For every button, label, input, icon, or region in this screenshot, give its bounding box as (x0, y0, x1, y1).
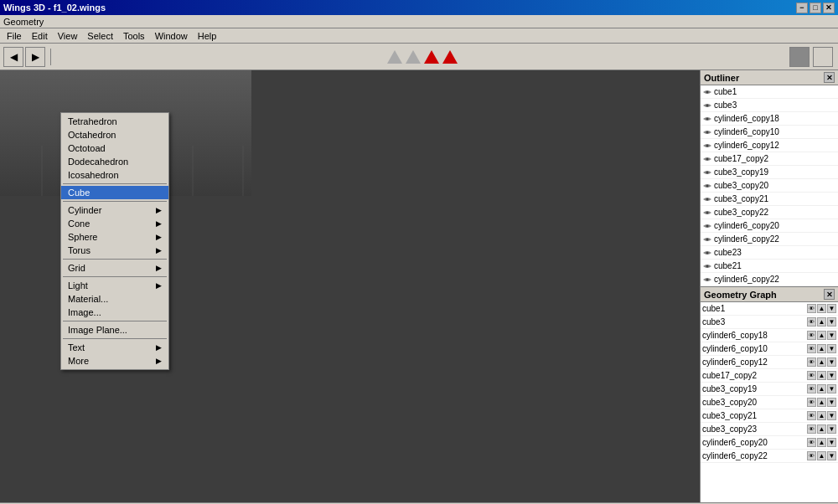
up-arrow-icon[interactable]: ▲ (817, 331, 826, 340)
ctx-icosahedron[interactable]: Icosahedron (61, 168, 168, 182)
down-arrow-icon[interactable]: ▼ (827, 424, 836, 434)
outliner-item[interactable]: cylinder6_copy22 (701, 273, 838, 286)
context-menu[interactable]: Tetrahedron Octahedron Octotoad Dodecahe… (60, 112, 169, 370)
up-arrow-icon[interactable]: ▲ (817, 451, 826, 460)
toolbar-left-arrow[interactable]: ◀ (3, 47, 23, 67)
tri-filled-1[interactable] (424, 50, 439, 64)
outliner-item[interactable]: cube3 (701, 99, 838, 112)
outliner-item[interactable]: cube17_copy2 (701, 152, 838, 166)
up-arrow-icon[interactable]: ▲ (817, 304, 826, 313)
close-button[interactable]: ✕ (823, 3, 835, 13)
geometry-graph-item[interactable]: cylinder6_copy20👁▲▼ (701, 436, 838, 450)
down-arrow-icon[interactable]: ▼ (827, 304, 836, 313)
geometry-graph-item[interactable]: cube1👁▲▼ (701, 302, 838, 316)
ctx-sphere[interactable]: Sphere▶ (61, 230, 168, 244)
down-arrow-icon[interactable]: ▼ (827, 398, 836, 407)
ctx-octotoad[interactable]: Octotoad (61, 141, 168, 155)
view-option-2[interactable] (813, 47, 833, 67)
outliner-item[interactable]: cylinder6_copy20 (701, 219, 838, 233)
tri-outline-2[interactable] (406, 50, 421, 64)
tri-outline-1[interactable] (387, 50, 402, 64)
geometry-graph-item[interactable]: cube3_copy19👁▲▼ (701, 383, 838, 396)
outliner-item[interactable]: cylinder6_copy18 (701, 112, 838, 126)
ctx-image[interactable]: Image... (61, 306, 168, 319)
ctx-material[interactable]: Material... (61, 292, 168, 306)
maximize-button[interactable]: □ (810, 3, 821, 13)
outliner-close[interactable]: ✕ (824, 72, 835, 83)
toolbar-right-arrow[interactable]: ▶ (25, 47, 45, 67)
visibility-icon[interactable]: 👁 (807, 424, 816, 434)
ctx-light[interactable]: Light▶ (61, 279, 168, 292)
outliner-item[interactable]: cylinder6_copy22 (701, 233, 838, 246)
visibility-icon[interactable]: 👁 (807, 438, 816, 447)
ctx-more[interactable]: More▶ (61, 354, 168, 368)
up-arrow-icon[interactable]: ▲ (817, 424, 826, 434)
menu-select[interactable]: Select (82, 30, 118, 42)
visibility-icon[interactable]: 👁 (807, 398, 816, 407)
visibility-icon[interactable]: 👁 (807, 451, 816, 460)
up-arrow-icon[interactable]: ▲ (817, 371, 826, 380)
ctx-octahedron[interactable]: Octahedron (61, 128, 168, 141)
visibility-icon[interactable]: 👁 (807, 371, 816, 380)
geometry-graph-close[interactable]: ✕ (824, 289, 835, 300)
ctx-cylinder[interactable]: Cylinder▶ (61, 203, 168, 217)
ctx-cone[interactable]: Cone▶ (61, 217, 168, 230)
outliner-item[interactable]: cube3_copy19 (701, 166, 838, 179)
visibility-icon[interactable]: 👁 (807, 331, 816, 340)
down-arrow-icon[interactable]: ▼ (827, 344, 836, 353)
down-arrow-icon[interactable]: ▼ (827, 438, 836, 447)
outliner-item[interactable]: cube23 (701, 246, 838, 260)
up-arrow-icon[interactable]: ▲ (817, 398, 826, 407)
menu-window[interactable]: Window (150, 30, 193, 42)
outliner-content[interactable]: cube1cube3cylinder6_copy18cylinder6_copy… (701, 85, 838, 286)
menu-tools[interactable]: Tools (118, 30, 150, 42)
outliner-item[interactable]: cylinder6_copy12 (701, 139, 838, 152)
outliner-item[interactable]: cube21 (701, 260, 838, 273)
menu-file[interactable]: File (2, 30, 27, 42)
view-option-1[interactable] (789, 47, 810, 67)
visibility-icon[interactable]: 👁 (807, 384, 816, 393)
ctx-text[interactable]: Text▶ (61, 341, 168, 354)
menu-view[interactable]: View (53, 30, 83, 42)
ctx-tetrahedron[interactable]: Tetrahedron (61, 115, 168, 128)
menu-help[interactable]: Help (193, 30, 222, 42)
ctx-grid[interactable]: Grid▶ (61, 261, 168, 275)
minimize-button[interactable]: − (796, 3, 808, 13)
visibility-icon[interactable]: 👁 (807, 411, 816, 420)
ctx-dodecahedron[interactable]: Dodecahedron (61, 155, 168, 168)
geometry-graph-item[interactable]: cube17_copy2👁▲▼ (701, 369, 838, 383)
ctx-cube[interactable]: Cube (61, 186, 168, 199)
menu-edit[interactable]: Edit (27, 30, 53, 42)
viewport[interactable]: X Z Y (0, 70, 700, 502)
ctx-torus[interactable]: Torus▶ (61, 244, 168, 257)
visibility-icon[interactable]: 👁 (807, 317, 816, 327)
outliner-item[interactable]: cylinder6_copy10 (701, 126, 838, 139)
geometry-graph-item[interactable]: cube3_copy23👁▲▼ (701, 423, 838, 436)
down-arrow-icon[interactable]: ▼ (827, 357, 836, 367)
up-arrow-icon[interactable]: ▲ (817, 384, 826, 393)
ctx-image-plane[interactable]: Image Plane... (61, 323, 168, 337)
outliner-item[interactable]: cube3_copy22 (701, 206, 838, 219)
down-arrow-icon[interactable]: ▼ (827, 317, 836, 327)
geometry-graph-item[interactable]: cube3👁▲▼ (701, 316, 838, 329)
down-arrow-icon[interactable]: ▼ (827, 451, 836, 460)
geometry-graph-item[interactable]: cube3_copy21👁▲▼ (701, 409, 838, 423)
geometry-graph-item[interactable]: cylinder6_copy10👁▲▼ (701, 342, 838, 356)
visibility-icon[interactable]: 👁 (807, 304, 816, 313)
down-arrow-icon[interactable]: ▼ (827, 384, 836, 393)
down-arrow-icon[interactable]: ▼ (827, 411, 836, 420)
outliner-item[interactable]: cube3_copy20 (701, 179, 838, 193)
outliner-item[interactable]: cube3_copy21 (701, 193, 838, 206)
down-arrow-icon[interactable]: ▼ (827, 371, 836, 380)
visibility-icon[interactable]: 👁 (807, 344, 816, 353)
up-arrow-icon[interactable]: ▲ (817, 317, 826, 327)
up-arrow-icon[interactable]: ▲ (817, 411, 826, 420)
up-arrow-icon[interactable]: ▲ (817, 357, 826, 367)
outliner-item[interactable]: cube1 (701, 85, 838, 99)
up-arrow-icon[interactable]: ▲ (817, 438, 826, 447)
tri-filled-2[interactable] (442, 50, 458, 64)
up-arrow-icon[interactable]: ▲ (817, 344, 826, 353)
geometry-graph-item[interactable]: cylinder6_copy22👁▲▼ (701, 450, 838, 463)
geometry-graph-item[interactable]: cube3_copy20👁▲▼ (701, 396, 838, 409)
down-arrow-icon[interactable]: ▼ (827, 331, 836, 340)
